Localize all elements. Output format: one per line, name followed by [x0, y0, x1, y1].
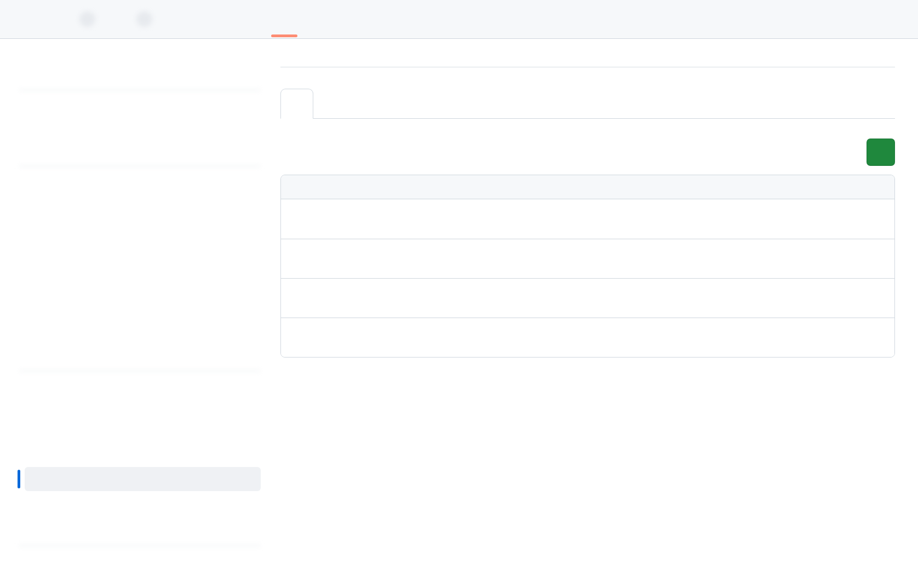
play-circle-icon — [171, 14, 181, 25]
active-tab-underline — [271, 34, 297, 37]
sidebar-subitem-codespaces-secrets[interactable] — [25, 493, 261, 517]
git-pull-request-icon — [114, 14, 124, 25]
tab-issues[interactable] — [49, 0, 103, 38]
shield-icon — [206, 14, 216, 25]
git-branch-icon — [26, 192, 37, 203]
codescan-icon — [26, 397, 37, 407]
tag-icon — [26, 218, 37, 228]
sidebar-subitem-dependabot-secrets[interactable] — [25, 518, 261, 543]
sidebar-item-code-security[interactable] — [19, 390, 261, 414]
webhook-icon — [26, 295, 37, 305]
lock-icon — [295, 293, 306, 303]
comment-discussion-icon — [26, 142, 37, 152]
active-item-marker — [18, 470, 20, 488]
settings-sidebar — [19, 59, 261, 546]
note-icon — [26, 244, 37, 254]
repository-secrets-table — [280, 175, 895, 358]
sidebar-item-general[interactable] — [19, 59, 261, 83]
delete-secret-button[interactable] — [867, 332, 878, 343]
secret-row — [281, 199, 894, 239]
sidebar-section-code-and-automation — [19, 174, 261, 185]
chevron-down-icon — [244, 270, 253, 279]
asterisk-box-icon — [26, 448, 37, 459]
title-divider — [280, 57, 895, 67]
sidebar-divider — [19, 371, 261, 371]
tab-insights[interactable] — [233, 0, 265, 38]
edit-secret-button[interactable] — [838, 253, 849, 264]
gear-icon — [276, 14, 286, 25]
issues-count-badge — [79, 11, 95, 27]
lock-icon — [295, 253, 306, 264]
sidebar-item-deploy-keys[interactable] — [19, 416, 261, 440]
sidebar-divider — [19, 166, 261, 166]
edit-secret-button[interactable] — [838, 214, 849, 224]
new-repository-secret-button[interactable] — [867, 139, 895, 166]
sidebar-divider — [19, 90, 261, 90]
id-badge-icon — [26, 347, 37, 357]
lock-icon — [295, 214, 306, 224]
edit-secret-button[interactable] — [838, 293, 849, 304]
tab-secrets[interactable] — [280, 89, 313, 119]
play-circle-icon — [26, 269, 37, 280]
sidebar-item-secrets-and-variables[interactable] — [19, 441, 261, 465]
secret-row — [281, 239, 894, 278]
table-header-row — [281, 175, 894, 199]
sidebar-item-custom-properties[interactable] — [19, 339, 261, 364]
delete-secret-button[interactable] — [867, 253, 878, 264]
pull-requests-count-badge — [136, 11, 152, 27]
code-icon — [22, 14, 32, 25]
key-icon — [26, 423, 37, 433]
chevron-up-icon — [244, 449, 253, 458]
sidebar-divider — [19, 545, 261, 546]
graph-icon — [241, 14, 251, 25]
issue-opened-icon — [57, 14, 67, 25]
tab-actions[interactable] — [163, 0, 195, 38]
sidebar-item-actions[interactable] — [19, 262, 261, 286]
sidebar-item-moderation-options[interactable] — [19, 135, 261, 159]
sidebar-section-security — [19, 378, 261, 390]
tab-pull-requests[interactable] — [106, 0, 160, 38]
github-repo-settings-page — [0, 0, 918, 588]
gear-icon — [26, 66, 37, 76]
settings-content — [280, 39, 895, 546]
repo-tab-nav — [0, 0, 918, 39]
sidebar-subitem-actions-secrets[interactable] — [25, 467, 261, 491]
sort-ascending-icon[interactable] — [301, 182, 311, 192]
sidebar-item-webhooks[interactable] — [19, 288, 261, 312]
secret-row — [281, 318, 894, 357]
secret-row — [281, 278, 894, 318]
tab-security[interactable] — [198, 0, 230, 38]
chevron-down-icon — [244, 244, 253, 253]
chevron-down-icon — [244, 142, 253, 152]
edit-secret-button[interactable] — [838, 332, 849, 343]
tab-settings[interactable] — [268, 0, 300, 38]
delete-secret-button[interactable] — [867, 214, 878, 224]
sidebar-item-pages[interactable] — [19, 314, 261, 338]
sidebar-item-collaborators[interactable] — [19, 109, 261, 133]
delete-secret-button[interactable] — [867, 293, 878, 304]
sidebar-item-branches[interactable] — [19, 185, 261, 209]
people-icon — [26, 116, 37, 126]
repository-secrets-header — [280, 139, 895, 166]
tab-variables[interactable] — [313, 88, 336, 118]
sidebar-section-access — [19, 97, 261, 109]
secrets-variables-tabnav — [280, 88, 895, 119]
sidebar-item-tags[interactable] — [19, 211, 261, 235]
browser-icon — [26, 321, 37, 331]
lock-icon — [295, 332, 306, 343]
sidebar-item-rules[interactable] — [19, 237, 261, 261]
tab-code[interactable] — [14, 0, 46, 38]
